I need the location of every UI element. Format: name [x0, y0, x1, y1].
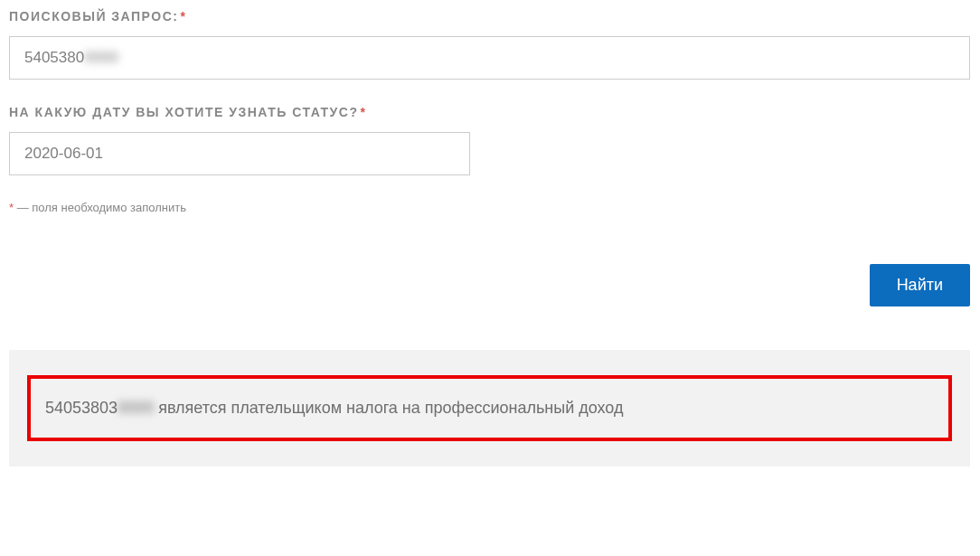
search-label-text: ПОИСКОВЫЙ ЗАПРОС: [9, 9, 178, 24]
result-id-visible: 54053803 [45, 399, 118, 417]
search-label: ПОИСКОВЫЙ ЗАПРОС:* [9, 9, 971, 24]
result-text: 540538030000 является плательщиком налог… [45, 399, 934, 418]
search-value-visible: 5405380 [24, 49, 84, 67]
search-group: ПОИСКОВЫЙ ЗАПРОС:* 54053800000 [9, 9, 971, 80]
search-button[interactable]: Найти [870, 264, 970, 306]
date-group: НА КАКУЮ ДАТУ ВЫ ХОТИТЕ УЗНАТЬ СТАТУС?* [9, 105, 971, 175]
date-label: НА КАКУЮ ДАТУ ВЫ ХОТИТЕ УЗНАТЬ СТАТУС?* [9, 105, 971, 119]
search-value-hidden: 0000 [84, 49, 118, 67]
result-id-hidden: 0000 [118, 399, 154, 417]
required-star-icon: * [180, 9, 186, 24]
result-panel: 540538030000 является плательщиком налог… [9, 350, 970, 466]
result-box: 540538030000 является плательщиком налог… [27, 375, 952, 441]
required-hint: * — поля необходимо заполнить [9, 201, 971, 214]
date-input[interactable] [9, 132, 470, 175]
search-input[interactable]: 54053800000 [9, 36, 970, 80]
date-label-text: НА КАКУЮ ДАТУ ВЫ ХОТИТЕ УЗНАТЬ СТАТУС? [9, 105, 358, 119]
hint-text: — поля необходимо заполнить [14, 201, 186, 214]
button-row: Найти [9, 264, 970, 306]
result-message: является плательщиком налога на професси… [154, 399, 623, 417]
required-star-icon: * [360, 105, 366, 119]
